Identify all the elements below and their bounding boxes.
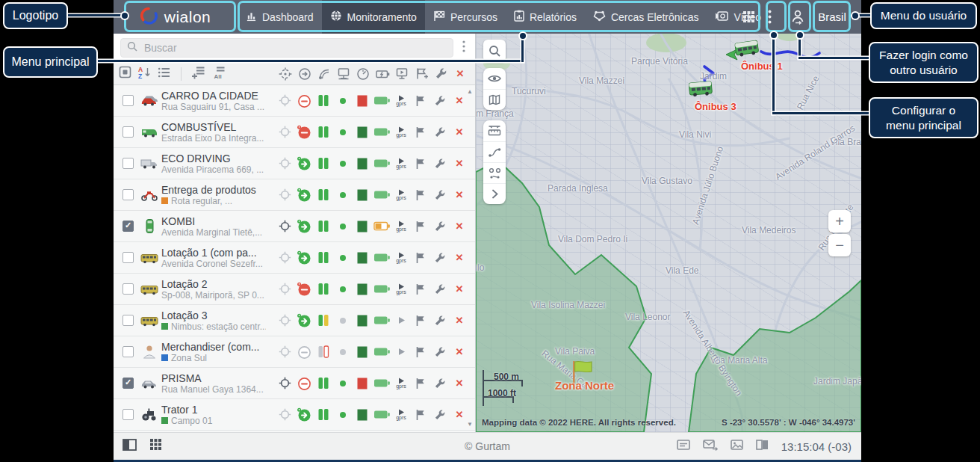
user-menu-button[interactable]: Brasil [814, 0, 850, 34]
add-to-list-icon[interactable] [192, 66, 205, 82]
unit-properties-wrench-icon[interactable] [430, 93, 450, 108]
unit-ignition-bars[interactable] [314, 188, 333, 203]
markers-icon[interactable] [483, 162, 506, 183]
unit-connection-dot[interactable] [333, 282, 353, 297]
unit-motion-icon[interactable] [294, 125, 314, 140]
unit-remove-icon[interactable]: ✕ [450, 250, 469, 265]
unit-connection-dot[interactable] [333, 93, 353, 108]
unit-row[interactable]: Trator 1 Campo 01 gprs✕ [114, 399, 475, 431]
col-power-icon[interactable] [373, 67, 392, 81]
unit-network-icon[interactable]: gprs [391, 188, 411, 203]
unit-row[interactable]: PRISMA Rua Manuel Gaya 1364... gprs✕ [114, 368, 475, 399]
unit-network-icon[interactable] [391, 313, 411, 328]
unit-row[interactable]: Lotação 1 (com pa... Avenida Coronel Sez… [114, 242, 475, 274]
unit-network-icon[interactable]: gprs [391, 93, 411, 108]
unit-data-square[interactable] [353, 407, 372, 422]
unit-row[interactable]: Merchandiser (com... Zona Sul ✕ [114, 336, 475, 368]
unit-network-icon[interactable]: gprs [391, 250, 411, 265]
unit-route-flag-icon[interactable] [411, 345, 430, 360]
unit-locate-icon[interactable] [275, 125, 294, 140]
sort-az-icon[interactable]: AZ [138, 66, 151, 82]
unit-ignition-bars[interactable] [314, 313, 333, 328]
tab-relat-rios[interactable]: Relatórios [506, 0, 585, 34]
unit-route-flag-icon[interactable] [411, 407, 430, 422]
unit-data-square[interactable] [353, 313, 372, 328]
col-sensors-icon[interactable] [353, 67, 373, 81]
unit-network-icon[interactable]: gprs [391, 125, 411, 140]
tab-cercas-eletr-nicas[interactable]: Cercas Eletrônicas [585, 0, 707, 34]
unit-properties-wrench-icon[interactable] [430, 156, 450, 171]
col-motion-icon[interactable] [295, 67, 314, 81]
unit-ignition-bars[interactable] [314, 407, 333, 422]
unit-properties-wrench-icon[interactable] [430, 407, 450, 422]
unit-motion-icon[interactable] [294, 313, 314, 328]
unit-battery-icon[interactable] [372, 156, 391, 171]
search-input[interactable] [143, 41, 447, 55]
unit-locate-icon[interactable] [275, 282, 294, 297]
unit-row[interactable]: ECO DRIVING Avenida Piracema 669, ... gp… [114, 148, 475, 179]
col-connection-icon[interactable] [314, 67, 334, 81]
unit-ignition-bars[interactable] [314, 125, 333, 140]
messages-mail-icon[interactable] [703, 440, 718, 454]
unit-connection-dot[interactable] [333, 219, 353, 234]
unit-battery-icon[interactable] [372, 345, 391, 360]
unit-data-square[interactable] [353, 93, 372, 108]
unit-row[interactable]: KOMBI Avenida Marginal Tietê,... gprs✕ [114, 211, 475, 242]
unit-battery-icon[interactable] [372, 93, 391, 108]
unit-data-square[interactable] [353, 219, 372, 234]
unit-motion-icon[interactable] [294, 219, 314, 234]
unit-battery-icon[interactable] [372, 376, 391, 391]
unit-motion-icon[interactable] [294, 93, 314, 108]
unit-route-flag-icon[interactable] [411, 282, 430, 297]
unit-properties-wrench-icon[interactable] [430, 376, 450, 391]
list-icon[interactable] [158, 67, 170, 81]
unit-locate-icon[interactable] [275, 219, 294, 234]
unit-route-flag-icon[interactable] [411, 376, 430, 391]
unit-properties-wrench-icon[interactable] [430, 125, 450, 140]
unit-connection-dot[interactable] [333, 313, 353, 328]
unit-data-square[interactable] [353, 156, 372, 171]
unit-remove-icon[interactable]: ✕ [450, 125, 469, 140]
unit-motion-icon[interactable] [294, 376, 314, 391]
selection-mode-icon[interactable] [119, 66, 131, 81]
unit-battery-icon[interactable] [372, 219, 391, 234]
unit-row[interactable]: Lotação 3 Nimbus: estação centr... ✕ [114, 305, 475, 336]
unit-network-icon[interactable]: gprs [391, 156, 411, 171]
unit-ignition-bars[interactable] [314, 376, 333, 391]
col-hardware-icon[interactable] [334, 67, 353, 81]
unit-network-icon[interactable] [391, 345, 411, 360]
unit-route-flag-icon[interactable] [411, 156, 430, 171]
media-image-icon[interactable] [731, 440, 743, 453]
unit-data-square[interactable] [353, 188, 372, 203]
col-video-icon[interactable] [392, 67, 412, 81]
unit-properties-wrench-icon[interactable] [430, 313, 450, 328]
unit-route-flag-icon[interactable] [411, 93, 430, 108]
login-as-user-icon[interactable] [790, 0, 805, 34]
unit-battery-icon[interactable] [372, 282, 391, 297]
unit-locate-icon[interactable] [275, 345, 294, 360]
unit-row[interactable]: Lotação 2 Sp-008, Mairiporã, SP 0... gpr… [114, 274, 475, 305]
unit-battery-icon[interactable] [372, 188, 391, 203]
unit-remove-icon[interactable]: ✕ [450, 376, 469, 391]
unit-locate-icon[interactable] [275, 376, 294, 391]
map-unit-bus-icon[interactable] [688, 79, 713, 101]
col-properties-wrench-icon[interactable] [431, 67, 450, 81]
map-unit-bus-icon[interactable] [734, 38, 760, 61]
unit-connection-dot[interactable] [333, 345, 353, 360]
unit-ignition-bars[interactable] [314, 345, 333, 360]
search-options-kebab-icon[interactable] [459, 40, 468, 55]
unit-checkbox[interactable] [122, 158, 134, 169]
unit-battery-icon[interactable] [372, 250, 391, 265]
unit-locate-icon[interactable] [275, 313, 294, 328]
unit-checkbox[interactable] [122, 409, 134, 420]
unit-properties-wrench-icon[interactable] [430, 219, 450, 234]
unit-remove-icon[interactable]: ✕ [450, 313, 469, 328]
map-canvas[interactable]: Parque VitóriaVila MazzeiTucuruviJardim … [476, 34, 861, 432]
unit-route-flag-icon[interactable] [411, 219, 430, 234]
ruler-measure-icon[interactable] [483, 120, 506, 141]
map-layers-icon[interactable] [483, 89, 506, 110]
unit-ignition-bars[interactable] [314, 282, 333, 297]
unit-remove-icon[interactable]: ✕ [450, 407, 469, 422]
unit-motion-icon[interactable] [294, 188, 314, 203]
unit-network-icon[interactable]: gprs [391, 376, 411, 391]
